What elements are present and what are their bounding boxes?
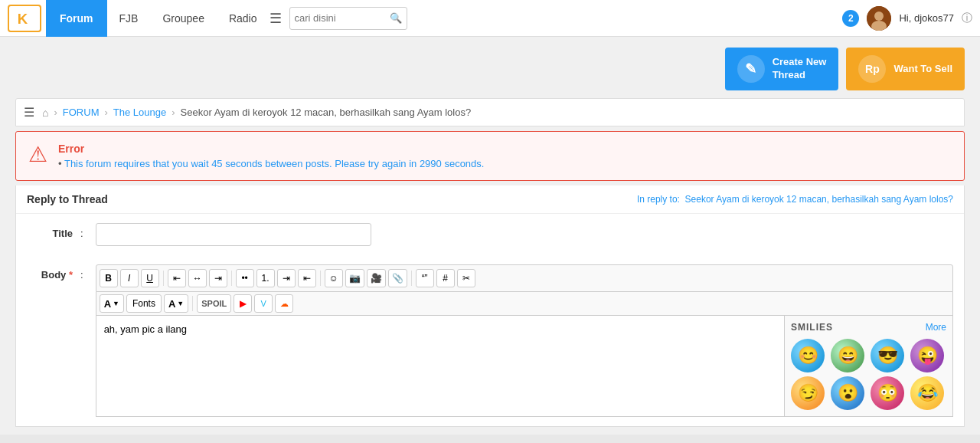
sep3: › (172, 107, 175, 118)
smiley-7[interactable]: 😳 (871, 376, 904, 410)
error-icon: ⚠ (28, 144, 47, 166)
smilies-panel: SMILIES More 😊 😄 😎 😜 😏 😮 😳 😂 (784, 316, 952, 416)
spoil-button[interactable]: SPOIL (197, 294, 231, 313)
collapse-icon[interactable]: » (966, 440, 972, 443)
breadcrumb-list-icon[interactable]: ☰ (24, 105, 34, 120)
nav-groupee[interactable]: Groupee (150, 0, 216, 37)
smilies-header: SMILIES More (791, 322, 946, 333)
smiley-3[interactable]: 😎 (871, 339, 904, 372)
smiley-1[interactable]: 😊 (791, 339, 825, 372)
nav-fjb[interactable]: FJB (107, 0, 151, 37)
vimeo-btn[interactable]: V (254, 294, 273, 313)
search-input[interactable] (295, 12, 387, 24)
header-area: ✎ Create NewThread Rp Want To Sell (0, 37, 980, 98)
breadcrumb: ☰ ⌂ › FORUM › The Lounge › Seekor Ayam d… (15, 98, 965, 126)
error-msg-pre: This forum requires that you wait 45 sec… (64, 158, 332, 169)
sep-t4 (411, 271, 412, 286)
underline-button[interactable]: U (141, 269, 159, 287)
smiley-2[interactable]: 😄 (831, 339, 864, 372)
sell-icon: Rp (858, 55, 886, 83)
body-row: Body * : B I U ⇤ ↔ ⇥ •• 1. ⇥ ⇤ (16, 255, 964, 426)
svg-point-2 (874, 11, 884, 21)
nav-forum[interactable]: Forum (46, 0, 107, 37)
username-label: Hi, djokos77 (899, 12, 954, 24)
outdent-button[interactable]: ⇤ (298, 269, 316, 287)
error-box: ⚠ Error • This forum requires that you w… (15, 131, 965, 181)
error-title: Error (58, 143, 484, 155)
smiley-4[interactable]: 😜 (910, 339, 944, 372)
smilies-more-link[interactable]: More (926, 322, 946, 333)
font-color-button[interactable]: A ▼ (100, 294, 124, 313)
fonts-button[interactable]: Fonts (126, 294, 162, 313)
strikethrough-btn[interactable]: ✂ (457, 269, 475, 287)
body-label: Body * (27, 264, 73, 281)
search-icon[interactable]: 🔍 (390, 12, 402, 24)
editor-toolbar-row1: B I U ⇤ ↔ ⇥ •• 1. ⇥ ⇤ ☺ 📷 🎥 📎 (96, 264, 953, 292)
align-left-button[interactable]: ⇤ (168, 269, 186, 287)
in-reply-label: In reply to: Seekor Ayam di keroyok 12 m… (637, 194, 953, 205)
video-btn[interactable]: 🎥 (367, 269, 386, 287)
title-row: Title : (16, 214, 964, 255)
quote-btn[interactable]: “” (416, 269, 434, 287)
breadcrumb-home-icon[interactable]: ⌂ (42, 107, 48, 119)
attach-btn[interactable]: 📎 (388, 269, 407, 287)
navbar-right: 2 Hi, djokos77 ⓘ (842, 6, 972, 31)
want-to-sell-button[interactable]: Rp Want To Sell (846, 48, 965, 90)
breadcrumb-current: Seekor Ayam di keroyok 12 macan, berhasi… (181, 107, 472, 118)
hash-btn[interactable]: # (436, 269, 455, 287)
body-textarea[interactable]: ah, yam pic a ilang (96, 316, 784, 416)
error-message: • This forum requires that you wait 45 s… (58, 158, 484, 169)
reply-header: Reply to Thread In reply to: Seekor Ayam… (16, 185, 964, 214)
ordered-list-button[interactable]: 1. (256, 269, 275, 287)
smiley-button[interactable]: ☺ (325, 269, 343, 287)
avatar[interactable] (867, 6, 891, 31)
indent-button[interactable]: ⇥ (277, 269, 296, 287)
body-colon: : (80, 264, 83, 281)
main-content: ☰ ⌂ › FORUM › The Lounge › Seekor Ayam d… (0, 98, 980, 435)
nav-radio[interactable]: Radio (217, 0, 270, 37)
logo[interactable]: K (8, 5, 41, 32)
error-msg-link[interactable]: Please try again in 2990 seconds. (335, 158, 484, 169)
create-new-thread-button[interactable]: ✎ Create NewThread (725, 48, 839, 90)
size-dropdown-icon: ▼ (177, 300, 184, 307)
sep-t1 (163, 271, 164, 286)
notification-badge[interactable]: 2 (842, 10, 859, 27)
smiley-8[interactable]: 😂 (910, 376, 944, 410)
title-input-wrap (96, 223, 953, 246)
list-icon[interactable]: ☰ (270, 10, 282, 27)
title-input[interactable] (96, 223, 371, 246)
in-reply-thread[interactable]: Seekor Ayam di keroyok 12 macan, berhasi… (685, 194, 953, 205)
error-content: Error • This forum requires that you wai… (58, 143, 484, 169)
image-btn[interactable]: 📷 (345, 269, 364, 287)
bold-button[interactable]: B (100, 269, 118, 287)
editor-toolbar-row2: A ▼ Fonts A ▼ SPOIL ▶ V ☁ (96, 292, 953, 316)
create-thread-label: Create NewThread (773, 56, 827, 82)
dropdown-arrow-icon: ▼ (113, 300, 119, 307)
title-colon: : (80, 223, 83, 239)
sell-label: Want To Sell (893, 63, 952, 76)
align-center-button[interactable]: ↔ (188, 269, 207, 287)
help-icon[interactable]: ⓘ (962, 11, 972, 25)
align-right-button[interactable]: ⇥ (209, 269, 227, 287)
smiley-5[interactable]: 😏 (791, 376, 825, 410)
breadcrumb-forum-link[interactable]: FORUM (63, 107, 100, 118)
editor-wrap: B I U ⇤ ↔ ⇥ •• 1. ⇥ ⇤ ☺ 📷 🎥 📎 (96, 264, 953, 417)
youtube-btn[interactable]: ▶ (234, 294, 252, 313)
breadcrumb-lounge-link[interactable]: The Lounge (113, 107, 166, 118)
reply-panel: Reply to Thread In reply to: Seekor Ayam… (15, 185, 965, 427)
smiley-6[interactable]: 😮 (831, 376, 864, 410)
create-thread-icon: ✎ (737, 55, 765, 83)
soundcloud-btn[interactable]: ☁ (275, 294, 293, 313)
sep2: › (104, 107, 107, 118)
sep-r2 (192, 296, 193, 311)
font-size-button[interactable]: A ▼ (164, 294, 188, 313)
title-label: Title (27, 223, 73, 239)
sep-t2 (231, 271, 232, 286)
sep1: › (54, 107, 57, 118)
reply-title: Reply to Thread (27, 193, 108, 205)
italic-button[interactable]: I (120, 269, 139, 287)
unordered-list-button[interactable]: •• (236, 269, 254, 287)
search-bar: 🔍 (289, 7, 407, 30)
smilies-grid: 😊 😄 😎 😜 😏 😮 😳 😂 (791, 339, 946, 410)
svg-text:K: K (18, 11, 28, 27)
